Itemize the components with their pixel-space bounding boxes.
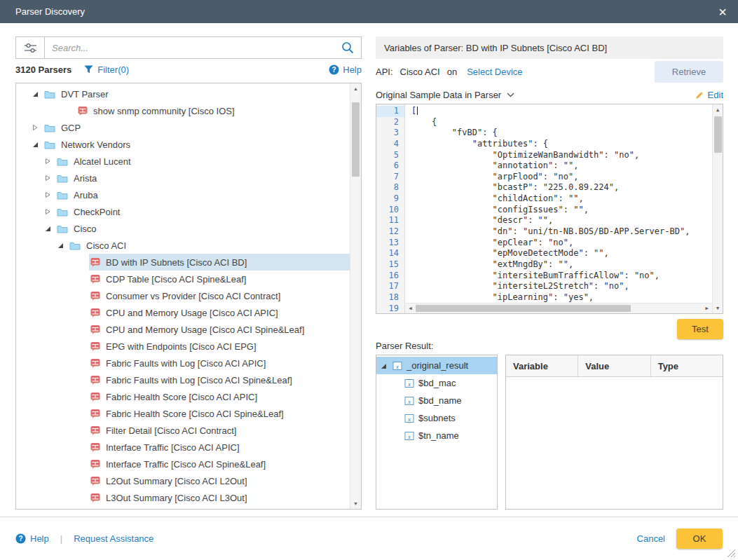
tree-row[interactable]: Fabric Health Score [Cisco ACI Spine&Lea… xyxy=(16,405,350,422)
left-help-link[interactable]: ? Help xyxy=(329,64,362,75)
expand-icon[interactable] xyxy=(380,362,387,369)
tree-row[interactable]: L3Out Summary [Cisco ACI L3Out] xyxy=(16,489,350,506)
footer-help-link[interactable]: ? Help xyxy=(15,533,49,544)
tree-row[interactable]: Consumer vs Provider [Cisco ACI Contract… xyxy=(16,287,350,304)
tree-row[interactable]: show snmp community [Cisco IOS] xyxy=(16,102,350,119)
code-line: "intersiteL2Stretch": "no", xyxy=(411,281,712,292)
scroll-right-icon[interactable]: ▶ xyxy=(702,303,712,313)
expand-icon[interactable] xyxy=(44,225,51,232)
table-column-header[interactable]: Type xyxy=(651,355,723,376)
result-tree-row[interactable]: x_original_result xyxy=(376,357,497,374)
parser-icon xyxy=(90,375,100,385)
result-tree-row[interactable]: x$subnets xyxy=(376,409,497,427)
folder-icon xyxy=(57,157,68,166)
cancel-button[interactable]: Cancel xyxy=(637,533,665,544)
collapsed-arrow[interactable] xyxy=(32,124,43,131)
search-input[interactable] xyxy=(45,37,334,58)
tree-row[interactable]: Arista xyxy=(16,170,350,186)
tree-item-label: CheckPoint xyxy=(74,207,120,217)
scroll-down-icon[interactable]: ▼ xyxy=(713,303,723,313)
expanded-arrow[interactable] xyxy=(32,141,43,148)
edit-link-label: Edit xyxy=(708,90,723,100)
scroll-up-icon[interactable]: ▲ xyxy=(713,104,723,115)
search-button[interactable] xyxy=(334,37,361,58)
tree-scrollbar[interactable]: ▲ ▼ xyxy=(350,83,361,509)
collapse-icon[interactable] xyxy=(44,191,51,198)
test-button[interactable]: Test xyxy=(677,319,723,339)
editor-hscrollbar[interactable]: ◀ ▶ xyxy=(405,303,712,313)
tree-row[interactable]: Aruba xyxy=(16,186,350,203)
collapse-icon[interactable] xyxy=(32,124,39,131)
request-assistance-link[interactable]: Request Assistance xyxy=(74,533,153,544)
tree-row[interactable]: Cisco xyxy=(16,220,350,237)
expanded-arrow[interactable] xyxy=(57,242,68,249)
collapse-icon[interactable] xyxy=(44,208,51,215)
tree-row[interactable]: DVT Parser xyxy=(16,86,350,102)
line-number: 1 xyxy=(376,106,404,117)
code-line: "intersiteBumTrafficAllow": "no", xyxy=(411,271,712,282)
tree-row[interactable]: Fabric Faults with Log [Cisco ACI APIC] xyxy=(16,355,350,371)
tree-row[interactable]: Network Vendors xyxy=(16,136,350,153)
expanded-arrow[interactable] xyxy=(380,362,388,369)
tree-row[interactable]: Fabric Health Score [Cisco ACI APIC] xyxy=(16,388,350,405)
collapsed-arrow[interactable] xyxy=(44,175,55,182)
editor-content[interactable]: [ { "fvBD": { "attributes": { "OptimizeW… xyxy=(405,104,712,303)
scroll-up-icon[interactable]: ▲ xyxy=(350,83,361,94)
table-column-header[interactable]: Variable xyxy=(506,355,578,376)
tree-row[interactable]: Filter Detail [Cisco ACI Contract] xyxy=(16,422,350,439)
tree-row[interactable]: L2Out Summary [Cisco ACI L2Out] xyxy=(16,472,350,489)
editor-vscrollbar[interactable]: ▲ ▼ xyxy=(712,104,723,313)
tree-scrollbar-thumb[interactable] xyxy=(352,102,360,177)
tree-row[interactable]: EPG with Endpoints [Cisco ACI EPG] xyxy=(16,338,350,355)
collapsed-arrow[interactable] xyxy=(44,191,55,198)
expand-icon[interactable] xyxy=(57,242,64,249)
tree-row[interactable]: Interface Traffic [Cisco ACI Spine&Leaf] xyxy=(16,456,350,472)
tree-item-label: BD with IP Subnets [Cisco ACI BD] xyxy=(106,257,247,268)
tree-row[interactable]: CDP Table [Cisco ACI Spine&Leaf] xyxy=(16,271,350,287)
tree-row[interactable]: BD with IP Subnets [Cisco ACI BD] xyxy=(16,254,350,271)
tree-row[interactable]: CPU and Memory Usage [Cisco ACI APIC] xyxy=(16,304,350,321)
expanded-arrow[interactable] xyxy=(44,225,55,232)
retrieve-button[interactable]: Retrieve xyxy=(655,61,723,83)
sample-data-editor[interactable]: 12345678910111213141516171819 [ { "fvBD"… xyxy=(376,104,723,314)
table-column-header[interactable]: Value xyxy=(578,355,650,376)
scroll-left-icon[interactable]: ◀ xyxy=(405,303,416,313)
result-variable-label: $tn_name xyxy=(418,430,459,441)
result-tree-row[interactable]: x$bd_mac xyxy=(376,374,497,392)
tree-row[interactable]: CPU and Memory Usage [Cisco ACI Spine&Le… xyxy=(16,321,350,338)
editor-hscrollbar-thumb[interactable] xyxy=(416,305,631,312)
line-number: 11 xyxy=(376,215,404,226)
collapsed-arrow[interactable] xyxy=(44,158,55,165)
tree-item-label: Interface Traffic [Cisco ACI APIC] xyxy=(106,442,240,453)
close-icon[interactable]: × xyxy=(718,5,727,19)
search-options-button[interactable] xyxy=(16,37,45,58)
expand-icon[interactable] xyxy=(32,141,39,148)
line-number: 17 xyxy=(376,281,404,292)
collapse-icon[interactable] xyxy=(44,175,51,182)
title-bar: Parser Discovery × xyxy=(0,0,738,23)
result-tree-row[interactable]: x$tn_name xyxy=(376,427,497,444)
tree-row[interactable]: Interface Traffic [Cisco ACI APIC] xyxy=(16,439,350,456)
filter-link[interactable]: Filter(0) xyxy=(84,64,129,75)
resize-grip-icon[interactable] xyxy=(727,549,736,558)
select-device-link[interactable]: Select Device xyxy=(467,67,522,77)
tree-row[interactable]: CheckPoint xyxy=(16,203,350,220)
tree-row[interactable]: Cisco ACI xyxy=(16,237,350,254)
folder-icon xyxy=(44,123,55,132)
tree-row[interactable]: Alcatel Lucent xyxy=(16,153,350,170)
expand-icon[interactable] xyxy=(32,90,39,97)
collapse-icon[interactable] xyxy=(44,158,51,165)
ok-button[interactable]: OK xyxy=(676,528,723,549)
tree-row[interactable]: Fabric Faults with Log [Cisco ACI Spine&… xyxy=(16,371,350,388)
line-number: 5 xyxy=(376,150,404,161)
tree-row[interactable]: GCP xyxy=(16,119,350,136)
result-tree-row[interactable]: x$bd_name xyxy=(376,392,497,409)
editor-vscrollbar-thumb[interactable] xyxy=(714,116,722,153)
scroll-down-icon[interactable]: ▼ xyxy=(350,498,361,509)
chevron-down-icon[interactable] xyxy=(507,93,514,97)
collapsed-arrow[interactable] xyxy=(44,208,55,215)
tree-item-label: Fabric Health Score [Cisco ACI Spine&Lea… xyxy=(106,409,284,419)
edit-link[interactable]: Edit xyxy=(695,90,723,100)
tree-row[interactable]: MP-BGP Table [Cisco ACI Spine&Leaf] xyxy=(16,506,350,509)
expanded-arrow[interactable] xyxy=(32,90,43,97)
